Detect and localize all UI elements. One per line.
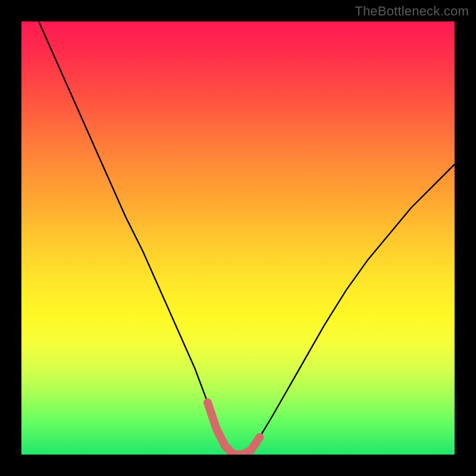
bottleneck-curve — [39, 21, 455, 455]
watermark-text: TheBottleneck.com — [355, 4, 469, 19]
curve-svg — [21, 21, 455, 455]
optimal-range-highlight — [208, 403, 259, 455]
plot-area — [21, 21, 455, 455]
chart-frame: TheBottleneck.com — [0, 0, 476, 476]
